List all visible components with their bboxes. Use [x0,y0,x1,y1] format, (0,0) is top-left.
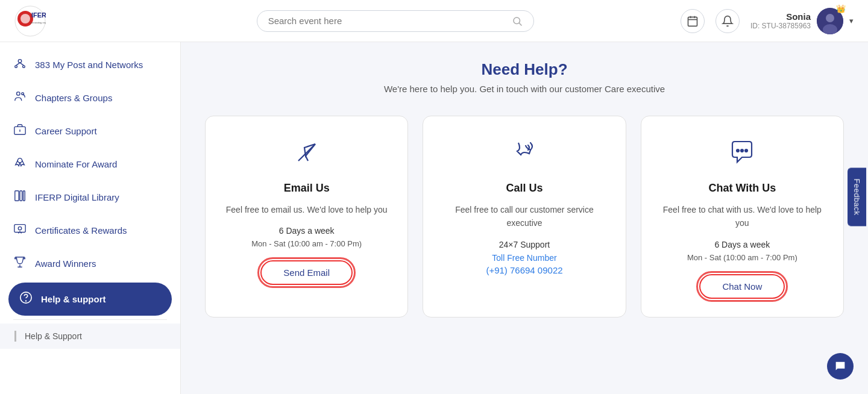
chat-card-title: Chat With Us [708,182,776,195]
chat-bubble-icon [834,360,847,373]
user-dropdown-chevron[interactable]: ▾ [849,16,854,25]
email-card-icon [292,138,321,172]
help-label: Help & support [41,294,106,304]
sidebar: 383 My Post and Networks Chapters & Grou… [0,42,181,394]
chat-card-schedule: 6 Days a week [714,240,770,249]
user-id: ID: STU-38785963 [750,22,811,30]
sidebar-label-my-post: 383 My Post and Networks [35,60,143,70]
sidebar-item-help[interactable]: Help & support [8,283,172,316]
svg-rect-26 [24,191,25,201]
svg-line-32 [306,156,308,161]
winners-icon [13,255,27,272]
crown-icon: 👑 [836,4,846,13]
sidebar-item-career[interactable]: Career Support [0,114,180,148]
nominate-icon [13,156,27,172]
svg-rect-25 [20,191,22,201]
network-icon [13,57,27,73]
call-card: Call Us Feel free to call our customer s… [423,116,626,317]
header-icons: Sonia ID: STU-38785963 👑 ▾ [681,8,854,34]
logo-area: IFERP connecting engineers... [14,5,183,37]
call-card-schedule: 24×7 Support [499,240,550,249]
chapters-label: Chapters & Groups [35,93,112,103]
sidebar-item-my-post[interactable]: 383 My Post and Networks [0,48,180,81]
svg-point-12 [826,14,834,22]
svg-point-15 [15,66,17,68]
svg-point-28 [18,227,22,230]
page-heading: Need Help? We're here to help you. Get i… [205,60,844,94]
svg-point-16 [23,66,25,68]
call-card-icon [510,138,539,172]
search-bar[interactable] [257,10,534,32]
chat-bubble-button[interactable] [827,353,854,380]
calendar-icon [687,15,699,27]
svg-point-30 [26,301,27,301]
svg-point-23 [17,158,22,163]
chat-card-icon [728,138,756,172]
certificates-label: Certificates & Rewards [35,225,127,236]
main-content: Need Help? We're here to help you. Get i… [181,42,868,394]
avatar-wrap: 👑 [817,8,843,34]
layout: 383 My Post and Networks Chapters & Grou… [0,42,868,394]
career-icon [13,123,27,139]
sidebar-item-chapters[interactable]: Chapters & Groups [0,81,180,114]
sidebar-item-winners[interactable]: Award Winners [0,247,180,280]
sidebar-item-certificates[interactable]: Certificates & Rewards [0,214,180,247]
career-label: Career Support [35,126,97,136]
chat-now-button[interactable]: Chat Now [699,274,785,299]
winners-label: Award Winners [35,258,96,269]
svg-point-35 [745,149,747,152]
cards-row: Email Us Feel free to email us. We'd lov… [205,116,844,317]
feedback-tab[interactable]: Feedback [848,167,866,226]
svg-line-6 [519,23,521,25]
user-name: Sonia [750,11,811,22]
search-input[interactable] [268,16,512,26]
calendar-button[interactable] [681,9,705,33]
user-info: Sonia ID: STU-38785963 👑 ▾ [750,8,854,34]
library-label: IFERP Digital Library [35,192,119,202]
header: IFERP connecting engineers... Sonia ID: … [0,0,868,42]
search-icon [512,16,523,27]
sidebar-line [14,331,16,342]
iferp-logo: IFERP connecting engineers... [14,5,46,37]
sidebar-sub-help[interactable]: Help & Support [0,324,180,349]
email-card-schedule: 6 Days a week [279,226,335,236]
email-card-hours: Mon - Sat (10:00 am - 7:00 Pm) [251,239,362,248]
nominate-label: Nominate For Award [35,159,117,169]
svg-rect-7 [688,17,697,26]
help-icon [19,291,33,307]
sidebar-divider [13,319,167,320]
svg-point-33 [737,149,739,152]
email-card-desc: Feel free to email us. We'd love to help… [226,203,388,216]
chat-card: Chat With Us Feel free to chat with us. … [641,116,844,317]
page-subtitle: We're here to help you. Get in touch wit… [205,84,844,94]
user-text: Sonia ID: STU-38785963 [750,11,811,30]
call-card-title: Call Us [506,182,542,195]
page-title: Need Help? [205,60,844,79]
svg-point-19 [17,92,20,96]
bell-icon [722,15,734,27]
call-card-phone: (+91) 76694 09022 [486,265,562,275]
send-email-button[interactable]: Send Email [260,260,353,285]
sidebar-item-nominate[interactable]: Nominate For Award [0,148,180,181]
email-card-title: Email Us [284,182,330,195]
svg-text:IFERP: IFERP [31,11,46,19]
chat-card-hours: Mon - Sat (10:00 am - 7:00 Pm) [687,253,797,262]
svg-line-17 [16,63,20,66]
svg-line-18 [20,63,24,66]
svg-point-5 [514,17,520,24]
svg-point-14 [18,60,22,63]
my-post-label: My Post and Networks [52,60,143,70]
svg-text:connecting engineers...: connecting engineers... [30,21,46,24]
svg-rect-24 [15,191,19,201]
svg-rect-27 [14,225,25,233]
chapters-icon [13,90,27,106]
notification-button[interactable] [715,9,740,33]
sidebar-item-library[interactable]: IFERP Digital Library [0,181,180,214]
svg-point-34 [741,149,743,152]
call-card-link: Toll Free Number [492,253,556,263]
svg-point-2 [20,14,30,23]
library-icon [13,189,27,205]
help-sub-label: Help & Support [25,331,82,341]
call-card-desc: Feel free to call our customer service e… [442,203,606,230]
my-post-badge: 383 [35,60,50,70]
